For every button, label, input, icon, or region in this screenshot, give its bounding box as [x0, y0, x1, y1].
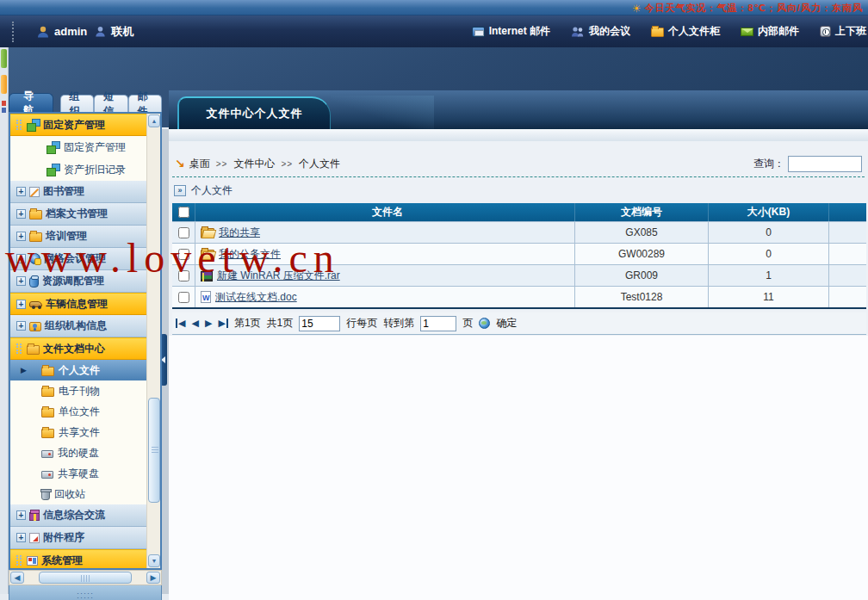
online-status[interactable]: 联机	[94, 24, 133, 40]
header-size[interactable]: 大小(KB)	[709, 203, 829, 221]
sidebar-item-unit-files[interactable]: 单位文件	[10, 401, 147, 422]
sidebar-group-training[interactable]: 培训管理	[10, 226, 147, 248]
expand-plus-icon[interactable]	[16, 254, 26, 263]
file-link[interactable]: 我的共享	[219, 226, 260, 240]
size-cell: 1	[709, 265, 829, 286]
folder-icon	[41, 367, 54, 376]
current-user[interactable]: admin	[36, 25, 87, 39]
expand-plus-icon[interactable]	[16, 510, 26, 520]
expand-plus-icon[interactable]	[16, 276, 26, 286]
menu-personal-cabinet[interactable]: 个人文件柜	[651, 24, 720, 39]
sidebar-group-books[interactable]: 图书管理	[10, 181, 147, 203]
sidebar-item-fixed-assets-mgmt[interactable]: 固定资产管理	[10, 136, 147, 158]
scroll-down-button[interactable]: ▼	[148, 554, 160, 567]
sidebar-item-recycle-bin[interactable]: 回收站	[10, 484, 147, 504]
sidebar-item-e-publications[interactable]: 电子刊物	[10, 380, 147, 401]
select-all-checkbox[interactable]	[178, 207, 189, 218]
folder-icon	[27, 345, 40, 355]
goto-page-input[interactable]	[420, 316, 456, 331]
next-page-button[interactable]: ▶	[205, 319, 212, 328]
vertical-scroll-thumb[interactable]	[148, 398, 160, 503]
sidebar-group-attachments[interactable]: 附件程序	[10, 527, 147, 549]
row-checkbox[interactable]	[178, 227, 189, 238]
sun-icon: ☀	[632, 3, 642, 14]
file-link[interactable]: 新建 WinRAR 压缩文件.rar	[217, 269, 340, 283]
row-checkbox[interactable]	[178, 292, 189, 303]
group-label: 图书管理	[43, 184, 84, 199]
sidebar-group-fixed-assets[interactable]: 固定资产管理	[10, 114, 147, 136]
breadcrumb-personal-files[interactable]: 个人文件	[299, 157, 340, 171]
red-indicator	[2, 101, 6, 106]
scroll-right-button[interactable]: ▶	[146, 572, 160, 584]
last-page-button[interactable]: ▶	[218, 319, 227, 328]
resize-grip-dots[interactable]: ··········	[77, 591, 94, 600]
row-checkbox[interactable]	[178, 249, 189, 260]
breadcrumb-file-center[interactable]: 文件中心	[233, 157, 275, 171]
header-extra	[829, 203, 866, 221]
menu-internet-mail[interactable]: Internet 邮件	[472, 24, 550, 39]
expand-plus-icon[interactable]	[16, 187, 26, 196]
orange-indicator	[1, 75, 7, 94]
expand-plus-icon[interactable]	[16, 209, 26, 219]
personal-cabinet-icon	[651, 28, 664, 37]
sidebar-group-net-meeting[interactable]: 网络会议管理	[10, 248, 147, 270]
sidebar-group-file-center[interactable]: 文件文档中心	[10, 337, 147, 360]
sidebar-group-info-exchange[interactable]: 信息综合交流	[10, 504, 147, 527]
row-checkbox[interactable]	[178, 270, 189, 281]
header-doc-code[interactable]: 文档编号	[575, 203, 709, 221]
navigation-tree: 固定资产管理 固定资产管理 资产折旧记录 图书管理 档案文书管理	[10, 114, 147, 570]
section-title: 个人文件	[191, 183, 232, 198]
menu-internal-mail[interactable]: 内部邮件	[741, 24, 799, 39]
sidebar-horizontal-scrollbar[interactable]: ◀ ▶	[9, 570, 162, 585]
tab-sms[interactable]: 短信	[94, 95, 128, 112]
sidebar-group-org-info[interactable]: 组织机构信息	[10, 315, 147, 337]
rows-per-page-input[interactable]	[299, 316, 340, 331]
confirm-button[interactable]: 确定	[496, 316, 517, 331]
breadcrumb-row: ↘ 桌面 >> 文件中心 >> 个人文件 查询：	[175, 155, 862, 172]
sidebar-group-system-mgmt[interactable]: 系统管理	[10, 549, 147, 570]
expand-plus-icon[interactable]	[16, 300, 26, 309]
search-label: 查询：	[753, 157, 784, 171]
horizontal-scroll-thumb[interactable]	[39, 572, 132, 584]
menu-my-meetings[interactable]: 我的会议	[571, 24, 630, 39]
scroll-up-button[interactable]: ▲	[148, 114, 160, 127]
sidebar-group-vehicles[interactable]: 车辆信息管理	[10, 293, 147, 315]
main-content: 文件中心个人文件 ↘ 桌面 >> 文件中心 >> 个人文件 查询： » 个人文件…	[169, 90, 868, 600]
pagination-bar: ◀ ◀ ▶ ▶ 第1页 共1页 行每页 转到第 页 确定	[172, 312, 866, 335]
tab-mail[interactable]: 邮件	[128, 95, 163, 112]
expand-plus-icon[interactable]	[16, 533, 26, 542]
sidebar-item-shared-files[interactable]: 共享文件	[10, 422, 147, 442]
disk-icon	[41, 450, 53, 458]
file-link[interactable]: 我的公务文件	[219, 247, 281, 262]
toolbar-grip[interactable]	[12, 22, 14, 42]
expand-plus-icon[interactable]	[16, 321, 26, 331]
content-tab-personal-files[interactable]: 文件中心个人文件	[177, 96, 331, 129]
sidebar-group-archives[interactable]: 档案文书管理	[10, 203, 147, 226]
section-expand-icon[interactable]: »	[174, 185, 186, 196]
content-tab-title: 文件中心个人文件	[207, 106, 303, 121]
sidebar-item-shared-drive[interactable]: 共享硬盘	[10, 463, 147, 484]
collapsed-edge-panel[interactable]	[0, 47, 9, 594]
first-page-button[interactable]: ◀	[176, 319, 185, 328]
system-icon	[27, 556, 38, 566]
sidebar-item-personal-files[interactable]: ▶ 个人文件	[10, 360, 147, 380]
weather-status: ☀ 今日天气实况：气温：8℃；风向/风力：东南风	[632, 2, 863, 15]
sidebar-item-depreciation-records[interactable]: 资产折旧记录	[10, 158, 147, 181]
scroll-left-button[interactable]: ◀	[10, 572, 24, 584]
menu-clock-in-out[interactable]: 上下班	[820, 24, 866, 39]
header-filename[interactable]: 文件名	[195, 203, 575, 221]
sidebar-item-my-drive[interactable]: 我的硬盘	[10, 442, 147, 463]
tab-navigation[interactable]: 导航	[9, 93, 53, 112]
expand-plus-icon[interactable]	[16, 232, 26, 241]
blue-indicator	[2, 108, 6, 113]
tab-organization[interactable]: 组织	[60, 95, 95, 112]
search-input[interactable]	[788, 156, 862, 172]
file-link[interactable]: 测试在线文档.doc	[215, 290, 297, 305]
folder-icon	[41, 387, 54, 397]
breadcrumb-separator: >>	[281, 159, 293, 169]
breadcrumb-desktop[interactable]: 桌面	[189, 157, 210, 171]
sidebar-vertical-scrollbar[interactable]: ▲ ▼	[146, 114, 160, 568]
doc-code-cell: GX085	[575, 222, 709, 243]
sidebar-group-resources[interactable]: 资源调配管理	[10, 270, 147, 293]
prev-page-button[interactable]: ◀	[191, 319, 198, 328]
